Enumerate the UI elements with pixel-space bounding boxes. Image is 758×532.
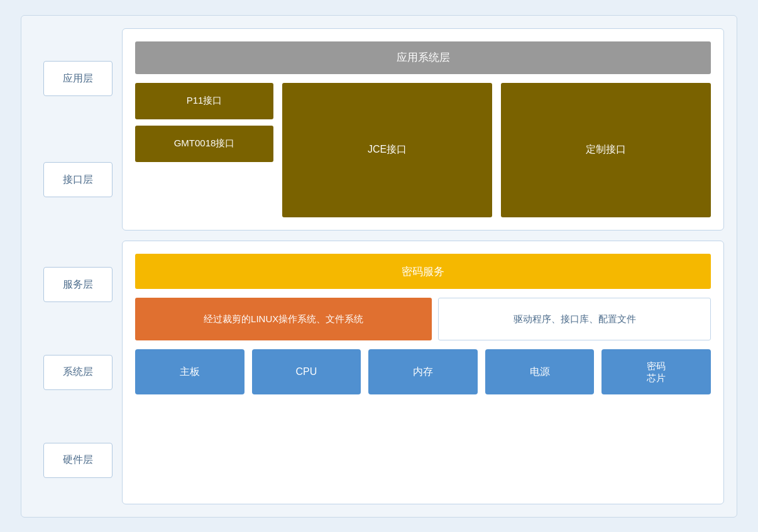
bottom-diagram-area: 密码服务 经过裁剪的LINUX操作系统、文件系统 驱动程序、接口库、配置文件 主…: [122, 241, 724, 504]
top-section: 应用层 接口层 应用系统层 P11接口 GMT0018接口: [34, 28, 724, 231]
interface-right-group: JCE接口 定制接口: [282, 83, 711, 218]
system-row: 经过裁剪的LINUX操作系统、文件系统 驱动程序、接口库、配置文件: [135, 298, 711, 340]
mainboard-box: 主板: [135, 349, 244, 394]
custom-interface-box: 定制接口: [501, 83, 711, 218]
gmt0018-interface-box: GMT0018接口: [135, 126, 273, 162]
cpu-box: CPU: [252, 349, 361, 394]
crypto-service-bar: 密码服务: [135, 254, 711, 289]
power-box: 电源: [485, 349, 595, 394]
p11-interface-box: P11接口: [135, 83, 273, 119]
jce-interface-box: JCE接口: [282, 83, 492, 218]
linux-box: 经过裁剪的LINUX操作系统、文件系统: [135, 298, 432, 340]
interface-left-group: P11接口 GMT0018接口: [135, 83, 273, 218]
interface-row: P11接口 GMT0018接口 JCE接口 定制接口: [135, 83, 711, 218]
top-left-labels: 应用层 接口层: [34, 28, 122, 231]
main-container: 应用层 接口层 应用系统层 P11接口 GMT0018接口: [21, 15, 737, 518]
driver-box: 驱动程序、接口库、配置文件: [438, 298, 711, 340]
crypto-chip-box: 密码芯片: [601, 349, 711, 394]
hardware-row: 主板 CPU 内存 电源 密码芯片: [135, 349, 711, 394]
bottom-section: 服务层 系统层 硬件层 密码服务 经过裁剪的LINUX操作系统、文件系统 驱动程…: [34, 241, 724, 504]
memory-box: 内存: [368, 349, 478, 394]
app-layer-label: 应用层: [43, 61, 113, 96]
service-layer-label: 服务层: [43, 267, 113, 302]
hardware-layer-label: 硬件层: [43, 443, 113, 478]
app-system-bar: 应用系统层: [135, 41, 711, 74]
top-diagram-area: 应用系统层 P11接口 GMT0018接口 JCE接口 定制接口: [122, 28, 724, 231]
bottom-left-labels: 服务层 系统层 硬件层: [34, 241, 122, 504]
system-layer-label: 系统层: [43, 355, 113, 390]
interface-layer-label: 接口层: [43, 162, 113, 197]
